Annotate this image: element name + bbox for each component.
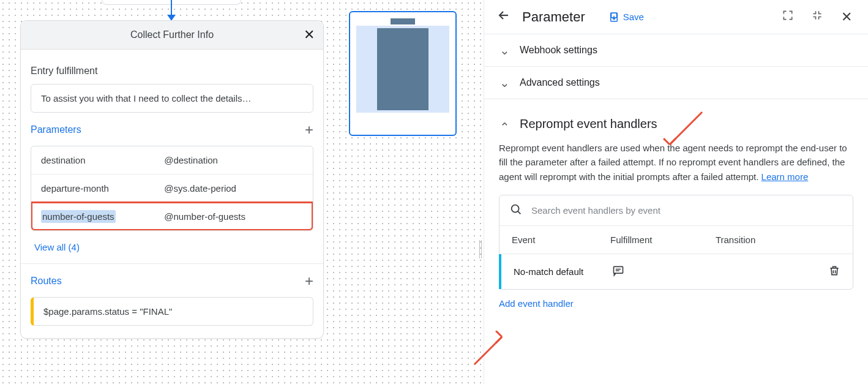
- table-header: Event Fulfillment Transition: [499, 226, 853, 254]
- save-label: Save: [623, 12, 644, 22]
- parameters-header: Parameters +: [31, 121, 313, 138]
- param-entity: @destination: [164, 155, 303, 165]
- node-preview[interactable]: [349, 11, 457, 136]
- col-fulfillment: Fulfillment: [610, 235, 716, 245]
- advanced-settings-section[interactable]: ⌄ Advanced settings: [484, 67, 868, 99]
- reprompt-label: Reprompt event handlers: [520, 117, 657, 131]
- close-icon[interactable]: ✕: [304, 28, 315, 42]
- svg-rect-2: [614, 266, 623, 273]
- parameter-row-selected[interactable]: number-of-guests @number-of-guests: [31, 202, 313, 230]
- chevron-down-icon: ⌄: [499, 75, 510, 90]
- param-entity: @sys.date-period: [164, 183, 303, 194]
- row-transition: [716, 264, 840, 279]
- add-parameter-icon[interactable]: +: [305, 121, 313, 138]
- preview-tab: [391, 18, 415, 24]
- reprompt-section-header[interactable]: ⌄ Reprompt event handlers: [499, 116, 853, 131]
- search-icon: [509, 203, 523, 218]
- fullscreen-enter-icon[interactable]: [779, 9, 797, 24]
- route-condition[interactable]: $page.params.status = "FINAL": [31, 297, 313, 326]
- webhook-label: Webhook settings: [520, 45, 597, 56]
- parameter-list: destination @destination departure-month…: [31, 146, 313, 231]
- page-card-header: Collect Further Info ✕: [21, 21, 323, 50]
- routes-header: Routes +: [31, 273, 313, 290]
- save-button[interactable]: Save: [608, 12, 644, 23]
- svg-point-1: [512, 205, 519, 212]
- learn-more-link[interactable]: Learn more: [761, 171, 809, 182]
- routes-label[interactable]: Routes: [31, 276, 62, 287]
- param-name: departure-month: [41, 183, 164, 194]
- close-panel-icon[interactable]: ✕: [837, 9, 856, 25]
- parameters-label[interactable]: Parameters: [31, 124, 81, 135]
- webhook-settings-section[interactable]: ⌄ Webhook settings: [484, 34, 868, 67]
- page-card[interactable]: Collect Further Info ✕ Entry fulfillment…: [20, 20, 324, 339]
- message-icon: [612, 265, 625, 277]
- parameter-row[interactable]: departure-month @sys.date-period: [31, 174, 313, 202]
- add-event-handler-link[interactable]: Add event handler: [499, 298, 574, 309]
- event-handlers-table: Event Fulfillment Transition No-match de…: [499, 195, 853, 290]
- reprompt-description: Reprompt event handlers are used when th…: [499, 141, 853, 184]
- page-card-title: Collect Further Info: [130, 29, 214, 40]
- chevron-up-icon: ⌄: [499, 119, 510, 134]
- param-name: number-of-guests: [41, 211, 164, 222]
- divider: [21, 263, 323, 264]
- panel-title: Parameter: [522, 9, 585, 25]
- chevron-down-icon: ⌄: [499, 43, 510, 58]
- row-event: No-match default: [514, 266, 612, 277]
- entry-fulfillment-label: Entry fulfillment: [31, 66, 313, 77]
- search-input[interactable]: [531, 205, 843, 216]
- col-event: Event: [512, 235, 610, 245]
- advanced-label: Advanced settings: [520, 77, 600, 88]
- fullscreen-exit-icon[interactable]: [808, 9, 826, 24]
- param-entity: @number-of-guests: [164, 211, 303, 222]
- preview-body: [356, 26, 449, 113]
- entry-fulfillment-text[interactable]: To assist you with that I need to collec…: [31, 84, 313, 113]
- col-transition: Transition: [716, 235, 840, 245]
- resize-grip-icon[interactable]: [479, 240, 482, 258]
- flow-canvas[interactable]: Collect Further Info ✕ Entry fulfillment…: [0, 0, 484, 384]
- back-arrow-icon[interactable]: [496, 8, 511, 26]
- row-fulfillment: [612, 265, 716, 279]
- panel-header: Parameter Save ✕: [484, 0, 868, 34]
- parameter-row[interactable]: destination @destination: [31, 146, 313, 174]
- add-route-icon[interactable]: +: [305, 273, 313, 290]
- handler-row[interactable]: No-match default: [499, 254, 853, 289]
- parameter-panel: Parameter Save ✕ ⌄ Webhook settings ⌄ Ad…: [484, 0, 868, 384]
- search-row: [499, 195, 853, 226]
- trash-icon[interactable]: [828, 264, 840, 277]
- view-all-link[interactable]: View all (4): [34, 242, 80, 252]
- param-name: destination: [41, 155, 164, 165]
